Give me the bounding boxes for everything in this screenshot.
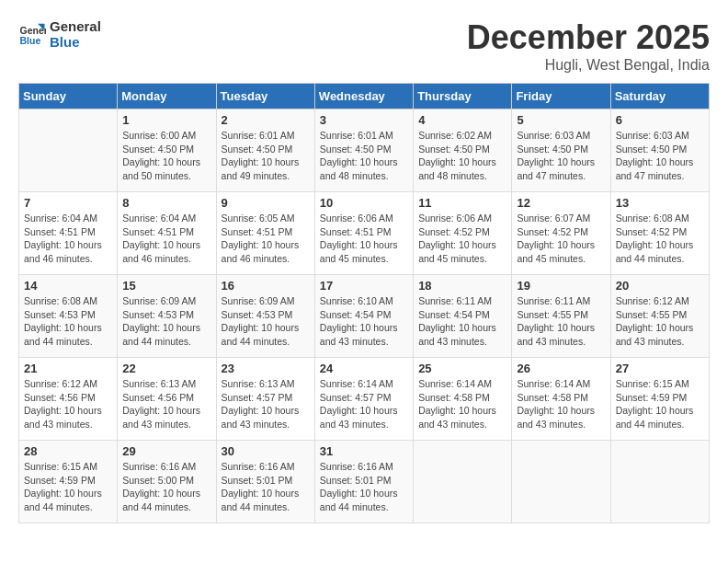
day-info: Sunrise: 6:14 AM Sunset: 4:58 PM Dayligh… [418, 377, 506, 431]
day-info: Sunrise: 6:11 AM Sunset: 4:55 PM Dayligh… [517, 294, 605, 349]
calendar-cell: 22Sunrise: 6:13 AM Sunset: 4:56 PM Dayli… [118, 358, 216, 441]
day-number: 29 [122, 444, 210, 458]
day-info: Sunrise: 6:10 AM Sunset: 4:54 PM Dayligh… [320, 294, 408, 349]
day-info: Sunrise: 6:15 AM Sunset: 4:59 PM Dayligh… [616, 377, 704, 431]
day-info: Sunrise: 6:14 AM Sunset: 4:57 PM Dayligh… [320, 377, 408, 431]
calendar-cell: 26Sunrise: 6:14 AM Sunset: 4:58 PM Dayli… [512, 358, 610, 441]
calendar-cell: 11Sunrise: 6:06 AM Sunset: 4:52 PM Dayli… [414, 192, 512, 275]
day-number: 14 [24, 279, 112, 293]
weekday-header-cell: Saturday [610, 84, 709, 109]
day-info: Sunrise: 6:06 AM Sunset: 4:52 PM Dayligh… [418, 212, 506, 266]
day-info: Sunrise: 6:01 AM Sunset: 4:50 PM Dayligh… [320, 129, 408, 183]
calendar-cell: 10Sunrise: 6:06 AM Sunset: 4:51 PM Dayli… [314, 192, 413, 275]
day-info: Sunrise: 6:03 AM Sunset: 4:50 PM Dayligh… [517, 129, 605, 183]
day-number: 7 [24, 196, 112, 210]
calendar-cell: 4Sunrise: 6:02 AM Sunset: 4:50 PM Daylig… [414, 109, 512, 192]
calendar-cell: 14Sunrise: 6:08 AM Sunset: 4:53 PM Dayli… [19, 275, 118, 358]
month-title: December 2025 [467, 18, 710, 57]
day-info: Sunrise: 6:01 AM Sunset: 4:50 PM Dayligh… [222, 129, 310, 183]
calendar-cell: 12Sunrise: 6:07 AM Sunset: 4:52 PM Dayli… [512, 192, 610, 275]
calendar-cell: 28Sunrise: 6:15 AM Sunset: 4:59 PM Dayli… [19, 441, 118, 523]
day-number: 17 [320, 279, 408, 293]
day-info: Sunrise: 6:09 AM Sunset: 4:53 PM Dayligh… [222, 294, 310, 349]
calendar-cell: 27Sunrise: 6:15 AM Sunset: 4:59 PM Dayli… [610, 358, 709, 441]
day-number: 9 [222, 196, 310, 210]
day-info: Sunrise: 6:04 AM Sunset: 4:51 PM Dayligh… [122, 212, 210, 266]
day-number: 4 [418, 113, 506, 127]
calendar-cell: 19Sunrise: 6:11 AM Sunset: 4:55 PM Dayli… [512, 275, 610, 358]
day-number: 16 [222, 279, 310, 293]
day-number: 20 [616, 279, 704, 293]
calendar-cell: 20Sunrise: 6:12 AM Sunset: 4:55 PM Dayli… [610, 275, 709, 358]
calendar-week-row: 28Sunrise: 6:15 AM Sunset: 4:59 PM Dayli… [19, 441, 710, 523]
day-info: Sunrise: 6:03 AM Sunset: 4:50 PM Dayligh… [616, 129, 704, 183]
calendar-week-row: 7Sunrise: 6:04 AM Sunset: 4:51 PM Daylig… [19, 192, 710, 275]
day-info: Sunrise: 6:14 AM Sunset: 4:58 PM Dayligh… [517, 377, 605, 431]
day-number: 25 [418, 362, 506, 375]
logo: General Blue General Blue [18, 18, 101, 50]
calendar-cell: 8Sunrise: 6:04 AM Sunset: 4:51 PM Daylig… [118, 192, 216, 275]
calendar-cell [610, 441, 709, 523]
calendar-cell: 2Sunrise: 6:01 AM Sunset: 4:50 PM Daylig… [216, 109, 314, 192]
calendar-cell: 16Sunrise: 6:09 AM Sunset: 4:53 PM Dayli… [216, 275, 314, 358]
logo-line2: Blue [50, 34, 101, 50]
day-number: 2 [222, 113, 310, 127]
day-number: 1 [122, 113, 210, 127]
day-number: 21 [24, 362, 112, 375]
calendar-body: 1Sunrise: 6:00 AM Sunset: 4:50 PM Daylig… [19, 109, 710, 523]
day-number: 12 [517, 196, 605, 210]
day-number: 31 [320, 444, 408, 458]
calendar-cell: 24Sunrise: 6:14 AM Sunset: 4:57 PM Dayli… [314, 358, 413, 441]
day-number: 11 [418, 196, 506, 210]
day-number: 13 [616, 196, 704, 210]
day-number: 18 [418, 279, 506, 293]
day-info: Sunrise: 6:16 AM Sunset: 5:01 PM Dayligh… [222, 460, 310, 514]
logo-icon: General Blue [18, 20, 46, 48]
calendar-cell: 31Sunrise: 6:16 AM Sunset: 5:01 PM Dayli… [314, 441, 413, 523]
weekday-header-cell: Thursday [414, 84, 512, 109]
calendar-table: SundayMondayTuesdayWednesdayThursdayFrid… [18, 83, 710, 523]
day-info: Sunrise: 6:16 AM Sunset: 5:00 PM Dayligh… [122, 460, 210, 514]
day-info: Sunrise: 6:09 AM Sunset: 4:53 PM Dayligh… [122, 294, 210, 349]
day-info: Sunrise: 6:16 AM Sunset: 5:01 PM Dayligh… [320, 460, 408, 514]
day-info: Sunrise: 6:05 AM Sunset: 4:51 PM Dayligh… [222, 212, 310, 266]
day-number: 19 [517, 279, 605, 293]
calendar-cell: 21Sunrise: 6:12 AM Sunset: 4:56 PM Dayli… [19, 358, 118, 441]
header: General Blue General Blue December 2025 … [18, 18, 710, 74]
calendar-cell: 6Sunrise: 6:03 AM Sunset: 4:50 PM Daylig… [610, 109, 709, 192]
day-info: Sunrise: 6:13 AM Sunset: 4:57 PM Dayligh… [222, 377, 310, 431]
day-number: 23 [222, 362, 310, 375]
day-number: 15 [122, 279, 210, 293]
day-info: Sunrise: 6:11 AM Sunset: 4:54 PM Dayligh… [418, 294, 506, 349]
day-number: 3 [320, 113, 408, 127]
day-number: 27 [616, 362, 704, 375]
day-info: Sunrise: 6:12 AM Sunset: 4:55 PM Dayligh… [616, 294, 704, 349]
weekday-header-cell: Wednesday [314, 84, 413, 109]
weekday-header-cell: Monday [118, 84, 216, 109]
calendar-cell: 17Sunrise: 6:10 AM Sunset: 4:54 PM Dayli… [314, 275, 413, 358]
day-number: 28 [24, 444, 112, 458]
calendar-cell: 23Sunrise: 6:13 AM Sunset: 4:57 PM Dayli… [216, 358, 314, 441]
calendar-cell: 15Sunrise: 6:09 AM Sunset: 4:53 PM Dayli… [118, 275, 216, 358]
calendar-week-row: 21Sunrise: 6:12 AM Sunset: 4:56 PM Dayli… [19, 358, 710, 441]
day-number: 30 [222, 444, 310, 458]
weekday-header-cell: Friday [512, 84, 610, 109]
calendar-cell: 13Sunrise: 6:08 AM Sunset: 4:52 PM Dayli… [610, 192, 709, 275]
weekday-header-cell: Tuesday [216, 84, 314, 109]
calendar-cell: 30Sunrise: 6:16 AM Sunset: 5:01 PM Dayli… [216, 441, 314, 523]
location-title: Hugli, West Bengal, India [467, 57, 710, 74]
calendar-cell: 3Sunrise: 6:01 AM Sunset: 4:50 PM Daylig… [314, 109, 413, 192]
day-number: 24 [320, 362, 408, 375]
calendar-cell: 18Sunrise: 6:11 AM Sunset: 4:54 PM Dayli… [414, 275, 512, 358]
day-info: Sunrise: 6:04 AM Sunset: 4:51 PM Dayligh… [24, 212, 112, 266]
calendar-cell: 7Sunrise: 6:04 AM Sunset: 4:51 PM Daylig… [19, 192, 118, 275]
day-info: Sunrise: 6:06 AM Sunset: 4:51 PM Dayligh… [320, 212, 408, 266]
logo-line1: General [50, 18, 101, 34]
day-info: Sunrise: 6:00 AM Sunset: 4:50 PM Dayligh… [122, 129, 210, 183]
day-number: 26 [517, 362, 605, 375]
calendar-cell [19, 109, 118, 192]
day-info: Sunrise: 6:15 AM Sunset: 4:59 PM Dayligh… [24, 460, 112, 514]
day-number: 8 [122, 196, 210, 210]
calendar-cell: 1Sunrise: 6:00 AM Sunset: 4:50 PM Daylig… [118, 109, 216, 192]
calendar-cell [414, 441, 512, 523]
